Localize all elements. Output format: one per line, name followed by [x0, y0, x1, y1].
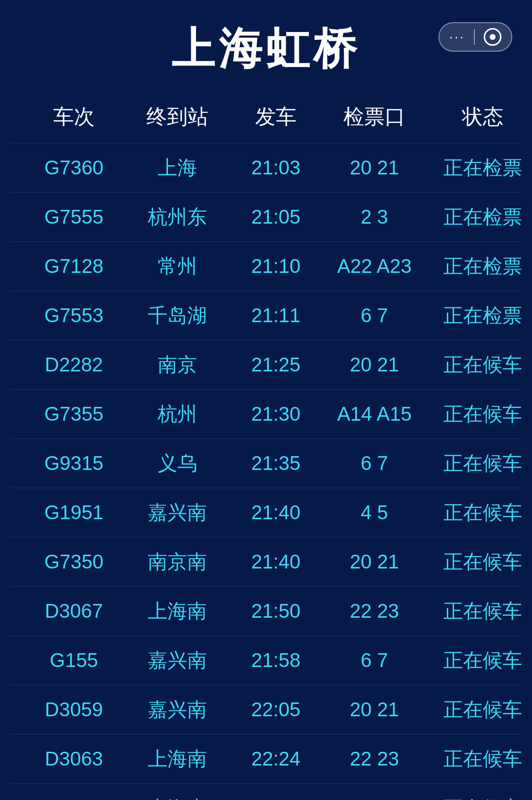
cell-destination: 上海南 [123, 795, 232, 800]
station-title: 上海虹桥 [171, 20, 361, 78]
cell-departure-time: 21:03 [232, 157, 320, 179]
cell-train-number: G7350 [25, 551, 123, 573]
cell-train-number: G7360 [25, 157, 123, 179]
col-status: 状态 [429, 103, 532, 131]
cell-status: 正在检票 [429, 253, 532, 280]
cell-gate: 6 7 [320, 452, 429, 474]
cell-status: 正在候车 [429, 499, 532, 526]
table-row: G7553千岛湖21:116 7正在检票 [10, 291, 522, 340]
cell-departure-time: 22:05 [232, 699, 320, 721]
cell-train-number: G7355 [25, 403, 123, 425]
cell-status: 正在候车 [429, 548, 532, 575]
cell-departure-time: 21:50 [232, 600, 320, 622]
table-row: D3063上海南22:2422 23正在候车 [10, 734, 522, 783]
cell-destination: 南京 [123, 351, 232, 378]
table-row: G9315义乌21:356 7正在候车 [10, 438, 522, 488]
table-row: G7128常州21:10A22 A23正在检票 [10, 241, 522, 291]
cell-train-number: G7128 [25, 255, 123, 277]
cell-destination: 常州 [123, 253, 232, 280]
cell-departure-time: 22:24 [232, 748, 320, 770]
cell-status: 正在候车 [429, 745, 532, 772]
table-row: G7360上海21:0320 21正在检票 [10, 143, 522, 192]
cell-departure-time: 21:40 [232, 551, 320, 573]
cell-gate: 6 7 [320, 304, 429, 327]
table-row: D2282南京21:2520 21正在候车 [10, 340, 522, 389]
cell-gate: 22 23 [320, 748, 429, 770]
col-time: 发车 [232, 103, 320, 131]
cell-gate: A14 A15 [320, 403, 429, 425]
table-row: G1951嘉兴南21:404 5正在候车 [10, 488, 522, 537]
cell-gate: 20 21 [320, 699, 429, 721]
location-button[interactable] [475, 28, 501, 46]
cell-train-number: G9315 [25, 452, 123, 474]
cell-train-number: G155 [25, 649, 123, 671]
target-icon [484, 28, 501, 46]
cell-train-number: G1951 [25, 501, 123, 524]
cell-destination: 南京南 [123, 548, 232, 575]
table-row: D3059嘉兴南22:0520 21正在候车 [10, 685, 522, 734]
cell-destination: 嘉兴南 [123, 647, 232, 674]
cell-gate: 22 23 [320, 797, 429, 800]
page-header: 上海虹桥 ··· [0, 0, 532, 88]
cell-status: 正在候车 [429, 400, 532, 428]
table-row: G7350南京南21:4020 21正在候车 [10, 537, 522, 586]
col-train: 车次 [25, 103, 123, 131]
table-row: D3001上海南23:0222 23正在候车 [10, 783, 522, 800]
cell-gate: A22 A23 [320, 255, 429, 277]
cell-destination: 杭州 [123, 400, 232, 428]
cell-departure-time: 21:10 [232, 255, 320, 277]
table-row: D3067上海南21:5022 23正在候车 [10, 586, 522, 635]
cell-destination: 嘉兴南 [123, 696, 232, 723]
cell-departure-time: 23:02 [232, 797, 320, 800]
cell-train-number: D3059 [25, 699, 123, 721]
cell-departure-time: 21:35 [232, 452, 320, 474]
train-table: 车次 终到站 发车 检票口 状态 G7360上海21:0320 21正在检票G7… [0, 93, 532, 800]
cell-destination: 千岛湖 [123, 302, 232, 329]
cell-destination: 嘉兴南 [123, 499, 232, 526]
cell-status: 正在候车 [429, 795, 532, 800]
cell-destination: 义乌 [123, 450, 232, 477]
cell-train-number: D3001 [25, 797, 123, 800]
cell-status: 正在候车 [429, 647, 532, 674]
cell-status: 正在检票 [429, 302, 532, 329]
cell-gate: 20 21 [320, 354, 429, 376]
cell-departure-time: 21:11 [232, 304, 320, 327]
cell-train-number: G7555 [25, 206, 123, 228]
cell-destination: 上海 [123, 154, 232, 181]
table-body: G7360上海21:0320 21正在检票G7555杭州东21:052 3正在检… [10, 143, 522, 800]
cell-gate: 22 23 [320, 600, 429, 622]
cell-departure-time: 21:40 [232, 501, 320, 524]
cell-status: 正在检票 [429, 154, 532, 181]
cell-gate: 6 7 [320, 649, 429, 671]
cell-status: 正在候车 [429, 696, 532, 723]
table-row: G7555杭州东21:052 3正在检票 [10, 192, 522, 241]
table-row: G155嘉兴南21:586 7正在候车 [10, 635, 522, 685]
cell-train-number: D2282 [25, 354, 123, 376]
cell-train-number: D3063 [25, 748, 123, 770]
cell-destination: 上海南 [123, 598, 232, 625]
cell-gate: 20 21 [320, 157, 429, 179]
table-row: G7355杭州21:30A14 A15正在候车 [10, 389, 522, 438]
cell-train-number: G7553 [25, 304, 123, 327]
cell-status: 正在候车 [429, 450, 532, 477]
more-options-button[interactable]: ··· [449, 29, 475, 45]
header-controls[interactable]: ··· [438, 22, 512, 52]
cell-gate: 4 5 [320, 501, 429, 524]
cell-gate: 2 3 [320, 206, 429, 228]
cell-gate: 20 21 [320, 551, 429, 573]
cell-status: 正在检票 [429, 203, 532, 231]
table-header: 车次 终到站 发车 检票口 状态 [10, 93, 522, 140]
cell-departure-time: 21:05 [232, 206, 320, 228]
col-gate: 检票口 [320, 103, 429, 131]
cell-departure-time: 21:30 [232, 403, 320, 425]
cell-status: 正在候车 [429, 351, 532, 378]
cell-train-number: D3067 [25, 600, 123, 622]
col-dest: 终到站 [123, 103, 232, 131]
cell-status: 正在候车 [429, 598, 532, 625]
cell-departure-time: 21:58 [232, 649, 320, 671]
cell-destination: 杭州东 [123, 203, 232, 231]
cell-destination: 上海南 [123, 745, 232, 772]
cell-departure-time: 21:25 [232, 354, 320, 376]
